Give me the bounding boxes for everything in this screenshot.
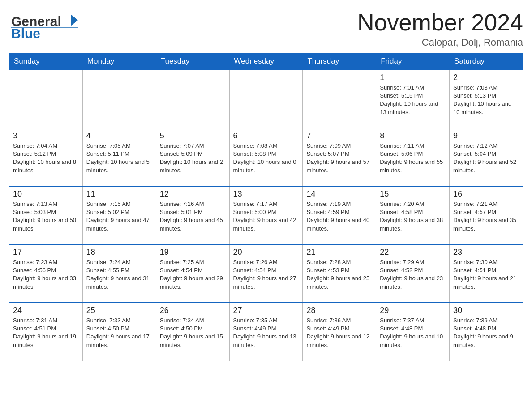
calendar-cell: 28Sunrise: 7:36 AMSunset: 4:49 PMDayligh… — [303, 303, 376, 361]
logo: General Blue — [9, 9, 81, 43]
day-info: Sunrise: 7:07 AMSunset: 5:09 PMDaylight:… — [160, 142, 226, 175]
calendar-cell: 11Sunrise: 7:15 AMSunset: 5:02 PMDayligh… — [82, 186, 156, 244]
calendar-cell: 19Sunrise: 7:25 AMSunset: 4:54 PMDayligh… — [156, 244, 229, 303]
day-info: Sunrise: 7:13 AMSunset: 5:03 PMDaylight:… — [13, 200, 79, 233]
day-number: 13 — [233, 189, 299, 199]
calendar-cell — [229, 70, 303, 128]
calendar-cell: 3Sunrise: 7:04 AMSunset: 5:12 PMDaylight… — [9, 128, 83, 186]
day-number: 25 — [86, 306, 152, 315]
calendar-cell — [9, 70, 83, 128]
calendar-cell — [82, 70, 156, 128]
day-info: Sunrise: 7:34 AMSunset: 4:50 PMDaylight:… — [160, 317, 226, 349]
calendar-cell — [303, 70, 376, 128]
day-info: Sunrise: 7:15 AMSunset: 5:02 PMDaylight:… — [86, 200, 152, 233]
day-info: Sunrise: 7:09 AMSunset: 5:07 PMDaylight:… — [306, 142, 372, 175]
calendar-table: SundayMondayTuesdayWednesdayThursdayFrid… — [9, 53, 523, 361]
day-info: Sunrise: 7:19 AMSunset: 4:59 PMDaylight:… — [306, 200, 372, 233]
day-number: 3 — [13, 131, 79, 141]
calendar-cell: 17Sunrise: 7:23 AMSunset: 4:56 PMDayligh… — [9, 244, 83, 303]
day-number: 26 — [160, 306, 226, 315]
day-info: Sunrise: 7:17 AMSunset: 5:00 PMDaylight:… — [233, 200, 299, 233]
calendar-cell: 25Sunrise: 7:33 AMSunset: 4:50 PMDayligh… — [82, 303, 156, 361]
logo-svg: General Blue — [9, 9, 81, 43]
header-tuesday: Tuesday — [156, 53, 229, 70]
day-number: 10 — [13, 189, 79, 199]
day-number: 16 — [453, 189, 519, 199]
day-info: Sunrise: 7:21 AMSunset: 4:57 PMDaylight:… — [453, 200, 519, 233]
day-info: Sunrise: 7:08 AMSunset: 5:08 PMDaylight:… — [233, 142, 299, 175]
calendar-cell: 18Sunrise: 7:24 AMSunset: 4:55 PMDayligh… — [82, 244, 156, 303]
calendar-cell — [156, 70, 229, 128]
calendar-cell: 16Sunrise: 7:21 AMSunset: 4:57 PMDayligh… — [450, 186, 523, 244]
day-number: 30 — [453, 306, 519, 315]
calendar-cell: 27Sunrise: 7:35 AMSunset: 4:49 PMDayligh… — [229, 303, 303, 361]
day-number: 29 — [380, 306, 446, 315]
day-info: Sunrise: 7:36 AMSunset: 4:49 PMDaylight:… — [306, 317, 372, 349]
day-number: 11 — [86, 189, 152, 199]
day-info: Sunrise: 7:01 AMSunset: 5:15 PMDaylight:… — [380, 84, 446, 116]
calendar-cell: 20Sunrise: 7:26 AMSunset: 4:54 PMDayligh… — [229, 244, 303, 303]
svg-text:Blue: Blue — [11, 26, 40, 41]
day-info: Sunrise: 7:16 AMSunset: 5:01 PMDaylight:… — [160, 200, 226, 233]
day-number: 22 — [380, 248, 446, 257]
day-info: Sunrise: 7:25 AMSunset: 4:54 PMDaylight:… — [160, 258, 226, 291]
day-number: 23 — [453, 248, 519, 257]
day-number: 5 — [160, 131, 226, 141]
calendar-cell: 4Sunrise: 7:05 AMSunset: 5:11 PMDaylight… — [82, 128, 156, 186]
calendar-cell: 12Sunrise: 7:16 AMSunset: 5:01 PMDayligh… — [156, 186, 229, 244]
day-info: Sunrise: 7:30 AMSunset: 4:51 PMDaylight:… — [453, 258, 519, 291]
calendar-cell: 5Sunrise: 7:07 AMSunset: 5:09 PMDaylight… — [156, 128, 229, 186]
day-info: Sunrise: 7:05 AMSunset: 5:11 PMDaylight:… — [86, 142, 152, 175]
calendar-cell: 23Sunrise: 7:30 AMSunset: 4:51 PMDayligh… — [450, 244, 523, 303]
header-saturday: Saturday — [450, 53, 523, 70]
day-number: 17 — [13, 248, 79, 257]
calendar-cell: 26Sunrise: 7:34 AMSunset: 4:50 PMDayligh… — [156, 303, 229, 361]
calendar-cell: 30Sunrise: 7:39 AMSunset: 4:48 PMDayligh… — [450, 303, 523, 361]
header-monday: Monday — [82, 53, 156, 70]
day-number: 24 — [13, 306, 79, 315]
day-number: 12 — [160, 189, 226, 199]
day-number: 18 — [86, 248, 152, 257]
header-thursday: Thursday — [303, 53, 376, 70]
day-number: 6 — [233, 131, 299, 141]
day-number: 1 — [380, 73, 446, 82]
day-number: 4 — [86, 131, 152, 141]
day-info: Sunrise: 7:33 AMSunset: 4:50 PMDaylight:… — [86, 317, 152, 349]
calendar-cell: 15Sunrise: 7:20 AMSunset: 4:58 PMDayligh… — [376, 186, 450, 244]
calendar-cell: 29Sunrise: 7:37 AMSunset: 4:48 PMDayligh… — [376, 303, 450, 361]
day-number: 21 — [306, 248, 372, 257]
day-info: Sunrise: 7:31 AMSunset: 4:51 PMDaylight:… — [13, 317, 79, 349]
calendar-week-5: 24Sunrise: 7:31 AMSunset: 4:51 PMDayligh… — [9, 303, 523, 361]
day-number: 15 — [380, 189, 446, 199]
calendar-cell: 2Sunrise: 7:03 AMSunset: 5:13 PMDaylight… — [450, 70, 523, 128]
calendar-cell: 9Sunrise: 7:12 AMSunset: 5:04 PMDaylight… — [450, 128, 523, 186]
day-number: 20 — [233, 248, 299, 257]
calendar-cell: 7Sunrise: 7:09 AMSunset: 5:07 PMDaylight… — [303, 128, 376, 186]
day-number: 27 — [233, 306, 299, 315]
day-number: 7 — [306, 131, 372, 141]
day-number: 28 — [306, 306, 372, 315]
day-number: 9 — [453, 131, 519, 141]
header-wednesday: Wednesday — [229, 53, 303, 70]
svg-marker-1 — [71, 14, 78, 26]
header-friday: Friday — [376, 53, 450, 70]
calendar-cell: 8Sunrise: 7:11 AMSunset: 5:06 PMDaylight… — [376, 128, 450, 186]
calendar-week-4: 17Sunrise: 7:23 AMSunset: 4:56 PMDayligh… — [9, 244, 523, 303]
day-number: 8 — [380, 131, 446, 141]
calendar-cell: 22Sunrise: 7:29 AMSunset: 4:52 PMDayligh… — [376, 244, 450, 303]
calendar-cell: 21Sunrise: 7:28 AMSunset: 4:53 PMDayligh… — [303, 244, 376, 303]
day-number: 2 — [453, 73, 519, 82]
day-info: Sunrise: 7:11 AMSunset: 5:06 PMDaylight:… — [380, 142, 446, 175]
day-number: 19 — [160, 248, 226, 257]
day-info: Sunrise: 7:20 AMSunset: 4:58 PMDaylight:… — [380, 200, 446, 233]
day-info: Sunrise: 7:03 AMSunset: 5:13 PMDaylight:… — [453, 84, 519, 116]
day-info: Sunrise: 7:04 AMSunset: 5:12 PMDaylight:… — [13, 142, 79, 175]
day-info: Sunrise: 7:29 AMSunset: 4:52 PMDaylight:… — [380, 258, 446, 291]
calendar-week-3: 10Sunrise: 7:13 AMSunset: 5:03 PMDayligh… — [9, 186, 523, 244]
day-info: Sunrise: 7:28 AMSunset: 4:53 PMDaylight:… — [306, 258, 372, 291]
calendar-cell: 24Sunrise: 7:31 AMSunset: 4:51 PMDayligh… — [9, 303, 83, 361]
day-info: Sunrise: 7:26 AMSunset: 4:54 PMDaylight:… — [233, 258, 299, 291]
header-sunday: Sunday — [9, 53, 83, 70]
calendar-cell: 14Sunrise: 7:19 AMSunset: 4:59 PMDayligh… — [303, 186, 376, 244]
day-info: Sunrise: 7:39 AMSunset: 4:48 PMDaylight:… — [453, 317, 519, 349]
